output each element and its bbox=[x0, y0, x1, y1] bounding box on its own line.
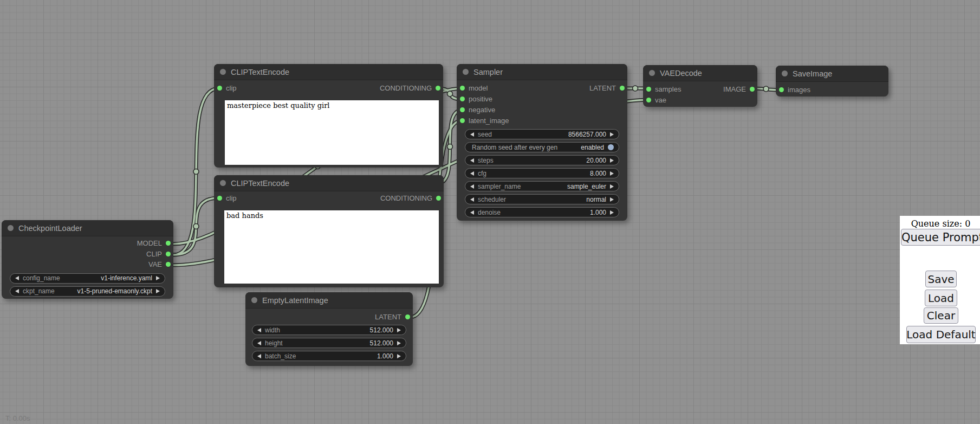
scheduler-widget[interactable]: scheduler normal bbox=[465, 194, 619, 204]
queue-prompt-button[interactable]: Queue Prompt bbox=[901, 229, 980, 246]
input-slot-clip[interactable]: clip bbox=[217, 84, 237, 92]
ckpt-name-widget[interactable]: ckpt_name v1-5-pruned-emaonly.ckpt bbox=[10, 286, 165, 297]
config-name-widget[interactable]: config_name v1-inference.yaml bbox=[10, 273, 165, 284]
left-arrow-icon[interactable] bbox=[257, 341, 261, 345]
left-arrow-icon[interactable] bbox=[470, 197, 474, 202]
load-default-button[interactable]: Load Default bbox=[906, 326, 976, 343]
toggle-dot-icon[interactable] bbox=[608, 144, 614, 150]
output-slot-conditioning[interactable]: CONDITIONING bbox=[380, 194, 441, 202]
node-checkpoint-loader[interactable]: CheckpointLoader MODEL CLIP VAE config_n… bbox=[2, 220, 173, 299]
height-widget[interactable]: height 512.000 bbox=[252, 338, 406, 348]
width-widget[interactable]: width 512.000 bbox=[252, 325, 406, 335]
right-arrow-icon[interactable] bbox=[397, 354, 401, 358]
slot-dot-icon[interactable] bbox=[779, 87, 784, 92]
random-seed-toggle-widget[interactable]: Random seed after every gen enabled bbox=[465, 142, 619, 152]
left-arrow-icon[interactable] bbox=[257, 328, 261, 332]
right-arrow-icon[interactable] bbox=[610, 158, 614, 163]
node-title-bar[interactable]: CLIPTextEncode bbox=[214, 64, 443, 80]
input-slot-latent-image[interactable]: latent_image bbox=[457, 115, 627, 126]
right-arrow-icon[interactable] bbox=[610, 132, 614, 137]
collapse-dot-icon[interactable] bbox=[649, 70, 655, 76]
left-arrow-icon[interactable] bbox=[15, 276, 19, 280]
collapse-dot-icon[interactable] bbox=[782, 70, 788, 76]
node-title-bar[interactable]: Sampler bbox=[457, 64, 627, 80]
collapse-dot-icon[interactable] bbox=[463, 69, 469, 75]
right-arrow-icon[interactable] bbox=[610, 184, 614, 189]
left-arrow-icon[interactable] bbox=[15, 289, 19, 293]
graph-canvas[interactable]: CheckpointLoader MODEL CLIP VAE config_n… bbox=[0, 0, 980, 424]
slot-dot-icon[interactable] bbox=[646, 87, 651, 92]
load-button[interactable]: Load bbox=[925, 290, 957, 306]
node-empty-latent-image[interactable]: EmptyLatentImage LATENT width 512.000 he… bbox=[245, 292, 413, 366]
input-slot-model[interactable]: model bbox=[460, 84, 488, 92]
slot-dot-icon[interactable] bbox=[217, 196, 222, 201]
slot-dot-icon[interactable] bbox=[646, 98, 651, 102]
input-slot-negative[interactable]: negative bbox=[457, 104, 627, 115]
right-arrow-icon[interactable] bbox=[397, 328, 401, 332]
right-arrow-icon[interactable] bbox=[610, 171, 614, 176]
negative-prompt-textarea[interactable]: bad hands bbox=[224, 210, 439, 284]
save-button[interactable]: Save bbox=[925, 271, 957, 287]
collapse-dot-icon[interactable] bbox=[220, 180, 226, 186]
slot-dot-icon[interactable] bbox=[166, 241, 171, 246]
slot-dot-icon[interactable] bbox=[460, 118, 465, 123]
left-arrow-icon[interactable] bbox=[470, 158, 474, 163]
slot-dot-icon[interactable] bbox=[750, 87, 755, 92]
input-slot-positive[interactable]: positive bbox=[457, 93, 627, 104]
output-slot-conditioning[interactable]: CONDITIONING bbox=[380, 84, 440, 92]
left-arrow-icon[interactable] bbox=[257, 354, 261, 358]
denoise-widget[interactable]: denoise 1.000 bbox=[465, 207, 619, 217]
cfg-widget[interactable]: cfg 8.000 bbox=[465, 168, 619, 178]
node-title-bar[interactable]: CLIPTextEncode bbox=[214, 175, 444, 191]
output-slot-clip[interactable]: CLIP bbox=[2, 249, 173, 260]
slot-dot-icon[interactable] bbox=[460, 86, 465, 91]
sampler-name-widget[interactable]: sampler_name sample_euler bbox=[465, 181, 619, 191]
node-sampler[interactable]: Sampler model LATENT positive negative l… bbox=[457, 64, 627, 221]
seed-widget[interactable]: seed 8566257.000 bbox=[465, 129, 619, 139]
input-slot-clip[interactable]: clip bbox=[217, 194, 237, 202]
collapse-dot-icon[interactable] bbox=[8, 225, 14, 231]
output-slot-model[interactable]: MODEL bbox=[2, 238, 173, 249]
input-slot-images[interactable]: images bbox=[776, 84, 888, 95]
collapse-dot-icon[interactable] bbox=[251, 297, 257, 303]
node-title: CheckpointLoader bbox=[18, 224, 82, 233]
left-arrow-icon[interactable] bbox=[470, 184, 474, 189]
output-slot-latent[interactable]: LATENT bbox=[245, 311, 413, 322]
output-slot-vae[interactable]: VAE bbox=[2, 259, 173, 270]
node-title-bar[interactable]: CheckpointLoader bbox=[2, 220, 173, 236]
input-slot-samples[interactable]: samples bbox=[646, 85, 681, 93]
batch-size-widget[interactable]: batch_size 1.000 bbox=[252, 351, 406, 361]
clear-button[interactable]: Clear bbox=[924, 307, 958, 324]
slot-dot-icon[interactable] bbox=[217, 86, 222, 91]
slot-dot-icon[interactable] bbox=[166, 262, 171, 267]
slot-dot-icon[interactable] bbox=[436, 86, 440, 91]
slot-dot-icon[interactable] bbox=[460, 107, 465, 112]
node-save-image[interactable]: SaveImage images bbox=[776, 66, 888, 97]
left-arrow-icon[interactable] bbox=[470, 132, 474, 137]
node-title-bar[interactable]: SaveImage bbox=[776, 66, 888, 82]
left-arrow-icon[interactable] bbox=[470, 210, 474, 215]
steps-widget[interactable]: steps 20.000 bbox=[465, 155, 619, 165]
node-clip-text-encode-positive[interactable]: CLIPTextEncode clip CONDITIONING masterp… bbox=[214, 64, 443, 168]
node-title-bar[interactable]: VAEDecode bbox=[643, 65, 757, 81]
slot-dot-icon[interactable] bbox=[405, 314, 410, 319]
right-arrow-icon[interactable] bbox=[156, 289, 160, 293]
node-vae-decode[interactable]: VAEDecode samples IMAGE vae bbox=[643, 65, 757, 107]
slot-dot-icon[interactable] bbox=[620, 86, 625, 91]
node-title-bar[interactable]: EmptyLatentImage bbox=[245, 292, 413, 309]
right-arrow-icon[interactable] bbox=[156, 276, 160, 280]
right-arrow-icon[interactable] bbox=[397, 341, 401, 345]
slot-dot-icon[interactable] bbox=[166, 252, 171, 256]
input-slot-vae[interactable]: vae bbox=[643, 94, 757, 105]
collapse-dot-icon[interactable] bbox=[220, 69, 226, 75]
output-slot-latent[interactable]: LATENT bbox=[589, 84, 625, 92]
slot-dot-icon[interactable] bbox=[436, 196, 441, 201]
positive-prompt-textarea[interactable]: masterpiece best quality girl bbox=[225, 100, 439, 165]
right-arrow-icon[interactable] bbox=[610, 210, 614, 215]
left-arrow-icon[interactable] bbox=[470, 171, 474, 176]
node-clip-text-encode-negative[interactable]: CLIPTextEncode clip CONDITIONING bad han… bbox=[214, 175, 444, 287]
queue-menu-panel: Queue size: 0 Queue Prompt Save Load Cle… bbox=[900, 216, 980, 344]
output-slot-image[interactable]: IMAGE bbox=[723, 85, 755, 93]
right-arrow-icon[interactable] bbox=[610, 197, 614, 202]
slot-dot-icon[interactable] bbox=[460, 97, 465, 101]
